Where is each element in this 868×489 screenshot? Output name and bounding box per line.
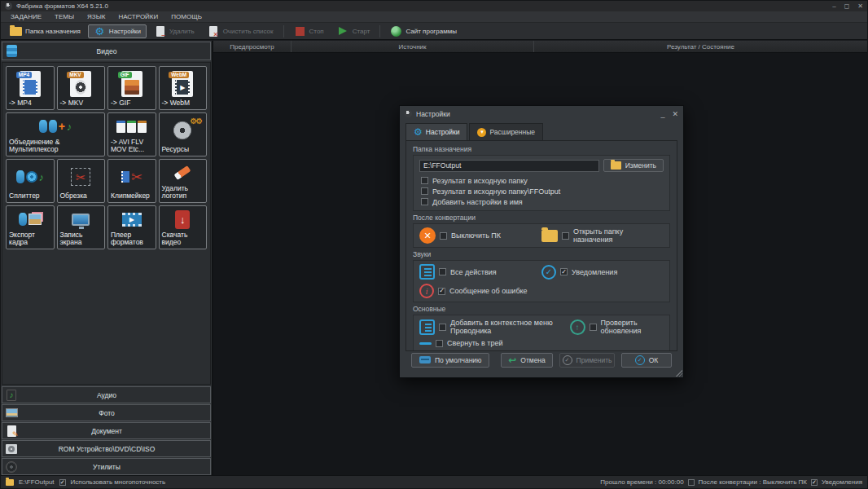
minimize-button[interactable]: –	[832, 2, 835, 10]
dialog-titlebar: Настройки _ ✕	[400, 106, 683, 121]
toolbar-settings-button[interactable]: Настройки	[88, 24, 147, 38]
category-photo[interactable]: Фото	[2, 404, 211, 421]
ok-button[interactable]: ОК	[621, 353, 672, 368]
group-general-label: Основные	[413, 305, 670, 313]
cancel-button[interactable]: Отмена	[501, 353, 553, 368]
tile-format-player[interactable]: Плеер форматов	[107, 205, 156, 249]
toolbar-website-button[interactable]: Сайт программы	[384, 24, 462, 38]
mux-icon: +♪	[9, 115, 102, 139]
checkbox-label: Сообщение об ошибке	[449, 287, 528, 295]
category-video-header[interactable]: Видео	[2, 42, 211, 60]
tile-resources[interactable]: Ресурсы	[159, 112, 208, 156]
tile-label: -> MKV	[60, 99, 103, 108]
tile-to-mkv[interactable]: MKV -> MKV	[57, 66, 106, 110]
tile-label: -> MP4	[9, 99, 51, 108]
tile-mux-join[interactable]: +♪ Объединение & Мультиплексор	[6, 112, 105, 156]
notifications-sound-checkbox[interactable]	[560, 268, 568, 275]
maximize-button[interactable]: ◻	[844, 2, 850, 10]
menu-task[interactable]: ЗАДАНИЕ	[4, 13, 48, 20]
change-folder-button[interactable]: Изменить	[603, 159, 664, 172]
tile-label: Сплиттер	[9, 192, 51, 200]
checkbox-label: Открыть папку назначения	[573, 227, 664, 244]
shutdown-pc-checkbox[interactable]	[440, 232, 447, 240]
tile-label: -> WebM	[162, 99, 204, 108]
toolbar-separator	[379, 25, 380, 37]
error-message-sound-checkbox[interactable]	[438, 288, 445, 295]
tab-settings[interactable]: Настройки	[406, 123, 467, 140]
button-label: Отмена	[520, 356, 546, 364]
tile-download-video[interactable]: Скачать видео	[159, 205, 208, 249]
toolbar-button-label: Старт	[353, 28, 370, 35]
destination-path-input[interactable]	[419, 160, 599, 172]
tile-to-webm[interactable]: WebM -> WebM	[159, 66, 208, 110]
all-actions-sound-checkbox[interactable]	[439, 268, 446, 275]
open-destination-folder-checkbox[interactable]	[562, 232, 569, 240]
photo-icon	[5, 407, 18, 419]
tile-crop[interactable]: ✂ Обрезка	[57, 159, 106, 203]
checkbox-label: Свернуть в трей	[447, 339, 502, 347]
toolbar-stop-button[interactable]: Стоп	[288, 24, 330, 38]
video-tools-panel: MP4 -> MP4 MKV -> MKV GIF	[2, 62, 211, 385]
explorer-context-menu-checkbox[interactable]	[439, 324, 446, 331]
menu-help[interactable]: ПОМОЩЬ	[164, 13, 208, 20]
column-header-source[interactable]: Источник	[292, 41, 534, 52]
dialog-close-button[interactable]: ✕	[672, 110, 678, 118]
column-header-preview[interactable]: Предпросмотр	[213, 41, 292, 52]
tile-export-frame[interactable]: Экспорт кадра	[6, 205, 55, 249]
apply-button[interactable]: Применить	[559, 353, 615, 368]
tile-clipmaker[interactable]: ✂ Клипмейкер	[107, 159, 156, 203]
add-settings-to-name-checkbox[interactable]	[421, 198, 428, 205]
app-window: Фабрика форматов X64 5.21.0 – ◻ ✕ ЗАДАНИ…	[0, 0, 868, 489]
check-circle-icon	[635, 355, 645, 365]
category-document[interactable]: Документ	[2, 422, 211, 439]
category-label: Документ	[18, 427, 210, 435]
menu-themes[interactable]: ТЕМЫ	[48, 13, 81, 20]
tile-to-mp4[interactable]: MP4 -> MP4	[6, 66, 55, 110]
toolbar-delete-button[interactable]: Удалить	[148, 24, 200, 38]
eraser-icon	[162, 161, 204, 185]
group-sounds-label: Звуки	[413, 250, 670, 258]
statusbar: E:\FFOutput Использовать многопоточность…	[1, 475, 867, 488]
tile-to-gif[interactable]: GIF -> GIF	[107, 66, 156, 110]
tile-screen-record[interactable]: Запись экрана	[57, 205, 106, 249]
settings-dialog: Настройки _ ✕ Настройки Расширенные Папк…	[399, 105, 684, 378]
result-to-source-folder-checkbox[interactable]	[421, 177, 428, 184]
menu-language[interactable]: ЯЗЫК	[81, 13, 112, 20]
dialog-minimize-button[interactable]: _	[660, 110, 664, 118]
category-audio[interactable]: Аудио	[2, 386, 211, 403]
toolbar-clear-list-button[interactable]: Очистить список	[202, 24, 279, 38]
category-rom-device[interactable]: ROM Устройство\DVD\CD\ISO	[2, 440, 211, 457]
tile-label: Объединение & Мультиплексор	[9, 139, 102, 154]
minimize-to-tray-checkbox[interactable]	[436, 340, 443, 347]
tile-splitter[interactable]: ♪ Сплиттер	[6, 159, 55, 203]
export-frame-icon	[9, 208, 51, 231]
titlebar: Фабрика форматов X64 5.21.0 – ◻ ✕	[1, 1, 867, 11]
tab-advanced[interactable]: Расширенные	[469, 123, 543, 140]
dialog-resize-grip[interactable]	[676, 370, 682, 377]
tile-to-avi-flv-mov[interactable]: -> AVI FLV MOV Etc...	[107, 112, 156, 156]
player-icon	[111, 208, 153, 231]
result-to-source-ffoutput-checkbox[interactable]	[421, 187, 428, 195]
multithreading-checkbox[interactable]	[59, 479, 66, 486]
folder-icon	[611, 161, 621, 170]
undo-arrow-icon	[508, 355, 516, 365]
dialog-footer: По умолчанию Отмена Применить ОК	[406, 351, 677, 373]
dialog-body: Настройки Расширенные Папка назначения И…	[400, 121, 683, 377]
notifications-checkbox[interactable]	[811, 479, 818, 486]
tile-remove-logo[interactable]: Удалить логотип	[159, 159, 208, 203]
toolbar-start-button[interactable]: Старт	[331, 24, 376, 38]
error-info-icon	[419, 284, 434, 298]
tile-label: Ресурсы	[162, 146, 204, 154]
category-utilities[interactable]: Утилиты	[2, 458, 211, 475]
toolbar-destination-folder-button[interactable]: Папка назначения	[4, 24, 86, 38]
column-header-result[interactable]: Результат / Состояние	[534, 41, 867, 52]
button-label: ОК	[649, 356, 659, 364]
multithreading-label: Использовать многопоточность	[71, 478, 166, 486]
check-updates-checkbox[interactable]	[590, 324, 597, 331]
close-button[interactable]: ✕	[857, 2, 863, 10]
menu-settings[interactable]: НАСТРОЙКИ	[112, 13, 164, 20]
default-button[interactable]: По умолчанию	[411, 353, 489, 368]
shutdown-after-conversion-checkbox[interactable]	[688, 479, 695, 486]
checkbox-label: Выключить ПК	[451, 231, 501, 240]
tile-label: Экспорт кадра	[9, 231, 51, 247]
